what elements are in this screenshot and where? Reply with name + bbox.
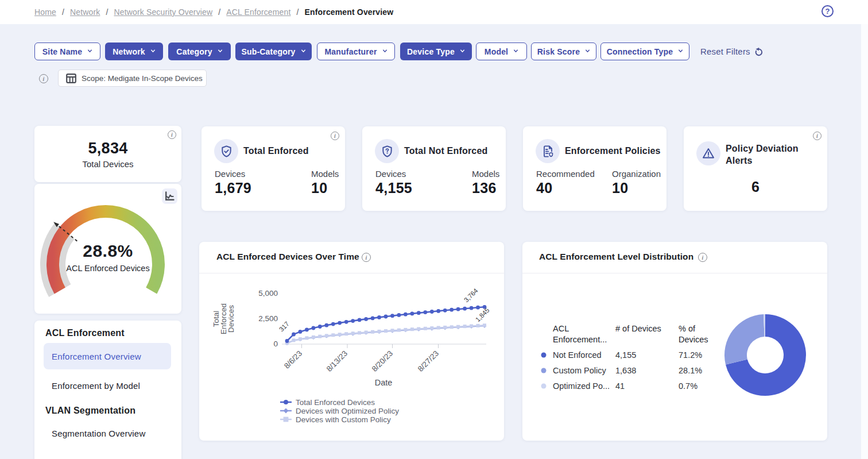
svg-text:Date: Date [375,378,393,387]
svg-text:1,638: 1,638 [615,366,636,375]
svg-text:# of Devices: # of Devices [615,324,661,333]
svg-text:41: 41 [615,381,625,391]
svg-text:0.7%: 0.7% [679,381,698,391]
svg-text:0: 0 [273,340,278,348]
svg-text:Custom Policy: Custom Policy [553,366,606,375]
svg-text:ACL: ACL [553,324,569,333]
svg-text:1,845: 1,845 [474,307,491,323]
svg-text:28.1%: 28.1% [679,366,702,375]
svg-text:5,000: 5,000 [258,289,278,298]
svg-text:Devices with Custom Policy: Devices with Custom Policy [296,415,391,424]
svg-text:3,764: 3,764 [463,287,479,303]
svg-text:71.2%: 71.2% [679,350,702,360]
svg-text:Total Enforced Devices: Total Enforced Devices [296,398,375,407]
svg-text:Devices: Devices [679,335,708,344]
svg-text:4,155: 4,155 [615,350,636,360]
svg-text:8/13/23: 8/13/23 [325,349,349,373]
svg-text:Devices with Optimized Policy: Devices with Optimized Policy [296,407,399,415]
svg-text:Devices: Devices [227,305,235,333]
svg-text:2,500: 2,500 [258,314,278,323]
svg-text:Not Enforced: Not Enforced [553,350,602,360]
svg-text:8/6/23: 8/6/23 [282,349,304,371]
svg-text:317: 317 [278,320,290,333]
svg-text:Optimized Po...: Optimized Po... [553,381,610,391]
svg-text:8/20/23: 8/20/23 [370,349,394,373]
svg-text:8/27/23: 8/27/23 [416,349,440,373]
svg-text:Enforcement...: Enforcement... [553,335,607,344]
svg-text:% of: % of [679,324,696,333]
